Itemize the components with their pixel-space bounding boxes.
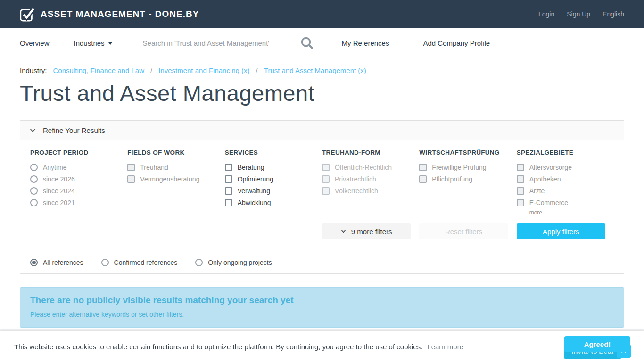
checkbox-label: Privatrechtlich bbox=[335, 175, 376, 183]
checkbox-label: Apotheken bbox=[529, 175, 561, 183]
filter-group-services: SERVICES Beratung Optimierung Verwaltung… bbox=[225, 149, 322, 216]
checkbox-optimierung[interactable]: Optimierung bbox=[225, 175, 322, 183]
more-filters-button[interactable]: 9 more filters bbox=[322, 223, 411, 239]
checkbox-label: Abwicklung bbox=[238, 199, 271, 206]
checkbox-verwaltung[interactable]: Verwaltung bbox=[225, 187, 322, 195]
checkbox-icon bbox=[517, 175, 524, 183]
filter-group-title: SPEZIALGEBIETE bbox=[517, 149, 614, 156]
checkbox-privatrechtlich[interactable]: Privatrechtlich bbox=[322, 175, 419, 183]
checkbox-icon bbox=[322, 187, 330, 195]
more-specialties-link[interactable]: more bbox=[529, 209, 614, 216]
breadcrumb-separator: / bbox=[256, 66, 258, 74]
checkbox-vermoegensberatung[interactable]: Vermögensberatung bbox=[127, 175, 224, 183]
apply-filters-button[interactable]: Apply filters bbox=[517, 223, 605, 239]
refine-panel-header[interactable]: Refine Your Results bbox=[20, 121, 624, 140]
reference-filter-row: All references Confirmed references Only… bbox=[20, 252, 624, 273]
breadcrumb-link-trust[interactable]: Trust and Asset Management (x) bbox=[264, 66, 366, 74]
checkbox-check-logo-icon bbox=[19, 6, 35, 22]
checkbox-icon bbox=[517, 164, 524, 171]
login-link[interactable]: Login bbox=[538, 10, 554, 18]
checkbox-icon bbox=[225, 199, 232, 206]
checkbox-icon bbox=[419, 175, 427, 183]
chevron-down-icon bbox=[30, 128, 36, 132]
checkbox-apotheken[interactable]: Apotheken bbox=[517, 175, 614, 183]
radio-icon bbox=[30, 164, 38, 171]
checkbox-icon bbox=[517, 187, 524, 195]
cookie-consent-bar: This website uses cookies to enable cert… bbox=[0, 331, 644, 362]
breadcrumb: Industry: Consulting, Finance and Law / … bbox=[20, 66, 644, 74]
checkbox-freiwillige-pruefung[interactable]: Freiwillige Prüfung bbox=[419, 164, 516, 171]
filter-group-fields-of-work: FIELDS OF WORK Treuhand Vermögensberatun… bbox=[127, 149, 224, 216]
radio-label: All references bbox=[43, 259, 83, 266]
filter-grid: PROJECT PERIOD Anytime since 2026 since … bbox=[20, 140, 624, 216]
reset-filters-button[interactable]: Reset filters bbox=[419, 223, 508, 239]
radio-label: Confirmed references bbox=[114, 259, 178, 266]
search-box bbox=[133, 28, 292, 58]
radio-since-2024[interactable]: since 2024 bbox=[30, 187, 127, 195]
brand-title: ASSET MANAGEMENT - DONE.BY bbox=[41, 9, 199, 19]
checkbox-icon bbox=[225, 187, 232, 195]
nav-my-references[interactable]: My References bbox=[322, 28, 406, 58]
language-link[interactable]: English bbox=[603, 10, 624, 18]
radio-since-2026[interactable]: since 2026 bbox=[30, 175, 127, 183]
chevron-down-icon bbox=[341, 230, 346, 233]
checkbox-label: Freiwillige Prüfung bbox=[432, 164, 486, 171]
search-icon bbox=[299, 36, 314, 51]
radio-confirmed-references[interactable]: Confirmed references bbox=[101, 259, 178, 266]
filter-buttons-row: 9 more filters Reset filters Apply filte… bbox=[20, 216, 624, 252]
cookie-message: This website uses cookies to enable cert… bbox=[14, 343, 422, 351]
radio-label: since 2021 bbox=[43, 199, 75, 206]
checkbox-e-commerce[interactable]: E-Commerce bbox=[517, 199, 614, 206]
no-results-alert: There are no publicly visible results ma… bbox=[20, 287, 624, 328]
account-links: Login Sign Up English bbox=[538, 10, 624, 18]
search-button[interactable] bbox=[292, 28, 322, 58]
nav-add-company-profile[interactable]: Add Company Profile bbox=[406, 28, 507, 58]
checkbox-abwicklung[interactable]: Abwicklung bbox=[225, 199, 322, 206]
breadcrumb-separator: / bbox=[150, 66, 152, 74]
checkbox-treuhand[interactable]: Treuhand bbox=[127, 164, 224, 171]
checkbox-oeffentlich-rechtlich[interactable]: Öffentlich-Rechtlich bbox=[322, 164, 419, 171]
checkbox-label: Beratung bbox=[238, 164, 264, 171]
radio-all-references[interactable]: All references bbox=[30, 259, 83, 266]
radio-icon bbox=[30, 259, 38, 266]
checkbox-label: Pflichtprüfung bbox=[432, 175, 472, 183]
breadcrumb-link-consulting[interactable]: Consulting, Finance and Law bbox=[53, 66, 144, 74]
nav-industries-label: Industries bbox=[74, 39, 105, 47]
radio-since-2021[interactable]: since 2021 bbox=[30, 199, 127, 206]
nav-industries[interactable]: Industries bbox=[74, 28, 133, 58]
filter-group-treuhand-form: TREUHAND-FORM Öffentlich-Rechtlich Priva… bbox=[322, 149, 419, 216]
checkbox-icon bbox=[225, 175, 232, 183]
filter-group-project-period: PROJECT PERIOD Anytime since 2026 since … bbox=[30, 149, 127, 216]
filter-group-wirtschaftspruefung: WIRTSCHAFTSPRÜFUNG Freiwillige Prüfung P… bbox=[419, 149, 516, 216]
checkbox-icon bbox=[322, 175, 330, 183]
checkbox-altersvorsorge[interactable]: Altersvorsorge bbox=[517, 164, 614, 171]
learn-more-link[interactable]: Learn more bbox=[427, 343, 463, 351]
nav-overview[interactable]: Overview bbox=[0, 28, 74, 58]
cookie-agree-button[interactable]: Agreed! bbox=[564, 336, 630, 352]
breadcrumb-link-investment[interactable]: Investment and Financing (x) bbox=[158, 66, 249, 74]
page-title: Trust and Asset Management bbox=[20, 80, 644, 106]
checkbox-aerzte[interactable]: Ärzte bbox=[517, 187, 614, 195]
radio-anytime[interactable]: Anytime bbox=[30, 164, 127, 171]
radio-label: Anytime bbox=[43, 164, 67, 171]
checkbox-label: Verwaltung bbox=[238, 187, 270, 195]
chevron-down-icon bbox=[108, 42, 112, 45]
more-filters-label: 9 more filters bbox=[351, 228, 392, 236]
nav-right: My References Add Company Profile bbox=[322, 28, 507, 58]
radio-only-ongoing-projects[interactable]: Only ongoing projects bbox=[195, 259, 272, 266]
checkbox-voelkerrechtlich[interactable]: Völkerrechtlich bbox=[322, 187, 419, 195]
filter-group-title: PROJECT PERIOD bbox=[30, 149, 127, 156]
breadcrumb-label: Industry: bbox=[20, 66, 47, 74]
checkbox-label: Treuhand bbox=[140, 164, 168, 171]
filter-group-title: SERVICES bbox=[225, 149, 322, 156]
checkbox-icon bbox=[322, 164, 330, 171]
checkbox-beratung[interactable]: Beratung bbox=[225, 164, 322, 171]
brand-logo[interactable]: ASSET MANAGEMENT - DONE.BY bbox=[19, 6, 199, 22]
search-input[interactable] bbox=[133, 39, 292, 47]
radio-label: since 2026 bbox=[43, 175, 75, 183]
no-results-subtitle: Please enter alternative keywords or set… bbox=[30, 311, 614, 318]
signup-link[interactable]: Sign Up bbox=[567, 10, 590, 18]
checkbox-pflichtpruefung[interactable]: Pflichtprüfung bbox=[419, 175, 516, 183]
checkbox-icon bbox=[419, 164, 427, 171]
top-header: ASSET MANAGEMENT - DONE.BY Login Sign Up… bbox=[0, 0, 644, 28]
